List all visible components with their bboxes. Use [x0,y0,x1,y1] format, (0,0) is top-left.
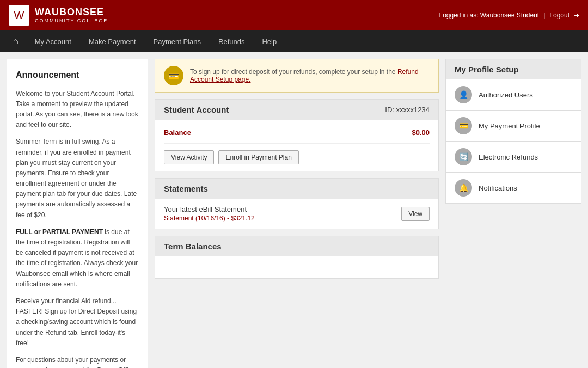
user-info: Logged in as: Waubonsee Student | Logout… [439,11,579,19]
notifications-label: Notifications [479,184,517,192]
notifications-item[interactable]: 🔔 Notifications [445,173,581,204]
statements-card: Statements Your latest eBill Statement S… [155,178,439,229]
main-content: Announcement Welcome to your Student Acc… [0,52,588,368]
profile-setup-title: My Profile Setup [455,65,572,74]
statements-title: Statements [164,184,430,193]
home-button[interactable]: ⌂ [7,32,25,51]
announcement-title: Announcement [16,68,139,82]
logo-area: W WAUBONSEE COMMUNITY COLLEGE [9,5,108,26]
payment-profile-label: My Payment Profile [479,122,540,130]
banner-text: To sign up for direct deposit of your re… [190,68,430,83]
electronic-refunds-item[interactable]: 🔄 Electronic Refunds [445,142,581,173]
student-id: ID: xxxxx1234 [385,106,430,114]
payment-profile-icon: 💳 [455,117,472,134]
announcement-p5: For questions about your payments or acc… [16,355,139,368]
profile-setup-panel: My Profile Setup 👤 Authorized Users 💳 My… [445,59,581,368]
electronic-refunds-icon: 🔄 [455,148,472,165]
shield-icon: W [9,5,29,26]
term-balances-body [155,256,438,278]
student-account-title: Student Account [164,105,229,114]
header-divider: | [543,11,545,19]
enroll-payment-plan-button[interactable]: Enroll in Payment Plan [218,150,298,164]
balance-label: Balance [164,128,191,137]
term-balances-header: Term Balances [155,236,438,256]
balance-amount: $0.00 [412,128,430,137]
main-nav: ⌂ My Account Make Payment Payment Plans … [0,30,588,52]
view-activity-button[interactable]: View Activity [164,150,214,164]
nav-help[interactable]: Help [254,32,284,51]
student-account-card: Student Account ID: xxxxx1234 Balance $0… [155,99,439,171]
authorized-users-icon: 👤 [455,86,472,103]
nav-my-account[interactable]: My Account [27,32,79,51]
student-account-body: Balance $0.00 View Activity Enroll in Pa… [155,120,438,171]
statement-details: Statement (10/16/16) - $321.12 [164,214,255,222]
logout-icon: ➜ [574,11,579,19]
logout-link[interactable]: Logout [549,11,569,19]
announcement-p3: FULL or PARTIAL PAYMENT is due at the ti… [16,227,139,290]
statement-info: Your latest eBill Statement Statement (1… [164,205,255,222]
term-balances-card: Term Balances [155,236,439,279]
view-statement-button[interactable]: View [401,207,430,221]
authorized-users-item[interactable]: 👤 Authorized Users [445,79,581,111]
announcement-p2: Summer Term is in full swing. As a remin… [16,137,139,220]
statements-header: Statements [155,179,438,199]
banner-icon: 💳 [164,66,183,85]
college-name: WAUBONSEE COMMUNITY COLLEGE [35,7,108,24]
site-header: W WAUBONSEE COMMUNITY COLLEGE Logged in … [0,0,588,30]
logged-in-text: Logged in as: Waubonsee Student [439,11,539,19]
statements-body: Your latest eBill Statement Statement (1… [155,199,438,229]
nav-make-payment[interactable]: Make Payment [81,32,144,51]
nav-payment-plans[interactable]: Payment Plans [146,32,209,51]
electronic-refunds-label: Electronic Refunds [479,153,538,161]
profile-setup-header: My Profile Setup [445,59,581,79]
student-account-header: Student Account ID: xxxxx1234 [155,100,438,120]
announcement-p1: Welcome to your Student Account Portal. … [16,89,139,131]
balance-row: Balance $0.00 [164,126,430,144]
notifications-icon: 🔔 [455,179,472,197]
statement-title: Your latest eBill Statement [164,205,255,213]
announcement-p4: Receive your financial Aid refund... FAS… [16,296,139,348]
term-balances-title: Term Balances [164,242,430,251]
direct-deposit-banner: 💳 To sign up for direct deposit of your … [155,59,439,93]
center-panel: 💳 To sign up for direct deposit of your … [148,59,445,368]
account-actions: View Activity Enroll in Payment Plan [164,150,430,164]
full-payment-bold: FULL or PARTIAL PAYMENT [16,228,103,236]
payment-profile-item[interactable]: 💳 My Payment Profile [445,111,581,142]
authorized-users-label: Authorized Users [479,91,533,99]
announcement-panel: Announcement Welcome to your Student Acc… [7,59,148,368]
nav-refunds[interactable]: Refunds [211,32,252,51]
